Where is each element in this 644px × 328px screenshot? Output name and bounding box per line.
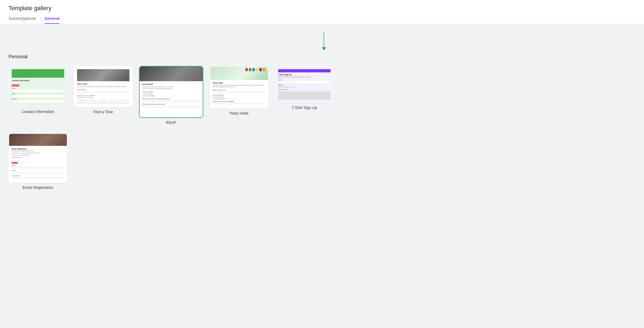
- ts-radio-text-xl: XL: [294, 86, 296, 88]
- arrow-head: [322, 47, 326, 50]
- pi-title: Party Invite: [213, 82, 265, 84]
- pft-cell-9: [109, 102, 119, 104]
- er-body: Event registration Event Date: (Day), (M…: [9, 146, 67, 182]
- balloon-green: [249, 68, 251, 71]
- rsvp-question-2: What are the names of people attending?: [142, 98, 200, 100]
- er-title: Event registration: [12, 148, 64, 150]
- ts-preview-label: T-Shirt Preview: [278, 89, 331, 90]
- rsvp-radio-sorry: [142, 95, 144, 97]
- pft-cell-1: [77, 100, 87, 101]
- template-card-party-invite[interactable]: Party Invite Lorem ipsum dolor sit amet,…: [210, 66, 269, 108]
- rsvp-header-img: [140, 67, 203, 81]
- template-label-contact-information: Contact Information: [22, 110, 54, 114]
- preview-badge-required: Required: [12, 84, 19, 87]
- header: Template gallery SurveySparrow General: [0, 0, 644, 24]
- rsvp-title: Event RSVP: [142, 83, 200, 85]
- er-org-label: Organization *: [12, 175, 64, 177]
- balloon-blue: [252, 68, 255, 71]
- balloon-red: [245, 68, 248, 71]
- pi-question-1: What is your name?: [213, 89, 265, 91]
- preview-address-field: [12, 100, 64, 103]
- template-card-wrapper-tshirt: T-Shirt Sign Up Enter your information a…: [275, 66, 334, 110]
- rsvp-names-field: [142, 100, 200, 102]
- ts-radio-circle-l: [289, 87, 290, 88]
- pft-cell-7: [88, 102, 98, 104]
- er-badge-required: Required: [12, 162, 18, 164]
- pft-email-label: Email address *: [77, 89, 129, 91]
- ts-radio-m: M: [286, 86, 288, 88]
- tabs-container: SurveySparrow General: [9, 16, 635, 24]
- preview-email-label: Email *: [12, 93, 64, 95]
- template-preview-eventreg: Event registration Event Date: (Day), (M…: [9, 134, 67, 182]
- ts-text: Enter your information and t-shirt size …: [278, 76, 331, 78]
- ts-radio-circle-xs: [278, 87, 279, 88]
- template-card-find-a-time[interactable]: Find a Time We need to get together to t…: [74, 66, 133, 107]
- er-org-field: [12, 177, 64, 179]
- er-header-img: [9, 134, 67, 146]
- pft-title: Find a Time: [77, 83, 129, 85]
- ts-title: T-Shirt Sign Up: [278, 74, 331, 76]
- ts-preview-box: [278, 92, 331, 100]
- pft-cell-5: [119, 100, 129, 101]
- pi-opt-sorry: Sorry, I can't make it: [213, 98, 265, 100]
- tab-surveysparrow[interactable]: SurveySparrow: [9, 16, 36, 24]
- template-label-t-shirt-sign-up: T-Shirt Sign Up: [292, 106, 317, 110]
- pft-cell-3: [98, 100, 108, 101]
- preview-title-contact: Contact information: [12, 80, 64, 81]
- ts-radio-text-m: M: [287, 86, 288, 88]
- template-label-find-a-time: Find a Time: [93, 110, 113, 114]
- pi-attending-field: [213, 103, 265, 105]
- main-content: Personal Contact information Required Na…: [0, 24, 644, 198]
- ts-name-label: Name *: [278, 79, 331, 81]
- ts-radio-xs: XS: [278, 86, 281, 88]
- ts-radio-circle-s: [282, 87, 283, 88]
- pi-radio-yes: [213, 96, 214, 98]
- er-email-field: [12, 172, 64, 174]
- pi-balloons: [245, 68, 265, 71]
- template-card-wrapper-contact: Contact information Required Name * Emai…: [9, 66, 67, 114]
- template-preview-contact: Contact information Required Name * Emai…: [9, 67, 67, 106]
- tab-general[interactable]: General: [45, 16, 60, 24]
- template-card-event-registration[interactable]: Event registration Event Date: (Day), (M…: [9, 133, 67, 183]
- template-card-contact-information[interactable]: Contact information Required Name * Emai…: [9, 66, 67, 107]
- section-title-personal: Personal: [9, 54, 635, 60]
- pi-question-2: Can you attend?: [213, 94, 265, 96]
- pft-cell-10: [119, 102, 129, 104]
- template-card-rsvp[interactable]: Event RSVP Event Address: 123 Your Stree…: [139, 66, 203, 118]
- template-card-wrapper-eventreg: Event registration Event Date: (Day), (M…: [9, 133, 67, 190]
- pi-question-3: How many of you are attending?: [213, 101, 265, 102]
- rsvp-opt-sorry-text: Sorry, I can't make it: [144, 95, 155, 97]
- ts-name-field: [278, 81, 331, 83]
- arrow-indicator: [322, 33, 326, 50]
- template-card-wrapper-rsvp: Event RSVP Event Address: 123 Your Stree…: [139, 66, 203, 125]
- template-card-t-shirt-sign-up[interactable]: T-Shirt Sign Up Enter your information a…: [275, 66, 334, 103]
- pi-opt-sorry-text: Sorry, I can't make it: [215, 98, 226, 100]
- pft-cell-6: [77, 102, 87, 104]
- ts-size-label: Shirt size: [278, 84, 331, 86]
- templates-row-2: Event registration Event Date: (Day), (M…: [9, 133, 635, 190]
- balloon-purple: [259, 68, 262, 71]
- pi-text: Lorem ipsum dolor sit amet, consectetur …: [213, 85, 265, 88]
- section-personal: Personal Contact information Required Na…: [9, 54, 635, 190]
- pft-cell-8: [98, 102, 108, 104]
- ts-radio-row: XS S M L: [278, 86, 331, 88]
- rsvp-radio-yes: [142, 93, 144, 95]
- preview-address-label: Address *: [12, 98, 64, 100]
- template-preview-findtime: Find a Time We need to get together to t…: [74, 67, 132, 107]
- rsvp-opt-sorry: Sorry, I can't make it: [142, 95, 200, 97]
- preview-name-label: Name *: [12, 88, 64, 89]
- rsvp-opt-yes-text: Yes, I'll be there: [144, 93, 153, 95]
- er-name-label: Name *: [12, 165, 64, 166]
- ts-radio-text-xs: XS: [280, 86, 281, 88]
- pft-avail-text: When times are you available?Please sele…: [77, 95, 129, 98]
- template-label-party-invite: Party Invite: [230, 111, 248, 115]
- pi-opt-yes-text: Yes, I'll be there: [215, 96, 224, 98]
- preview-header-green: [12, 69, 64, 78]
- ts-radio-text-s: S: [284, 86, 285, 88]
- pi-opt-yes: Yes, I'll be there: [213, 96, 265, 98]
- template-label-event-registration: Event Registration: [23, 185, 53, 190]
- balloon-orange: [263, 68, 265, 71]
- rsvp-question-1: Can you attend? *: [142, 91, 200, 93]
- ts-radio-xl: XL: [293, 86, 296, 88]
- ts-radio-circle-m: [286, 87, 287, 88]
